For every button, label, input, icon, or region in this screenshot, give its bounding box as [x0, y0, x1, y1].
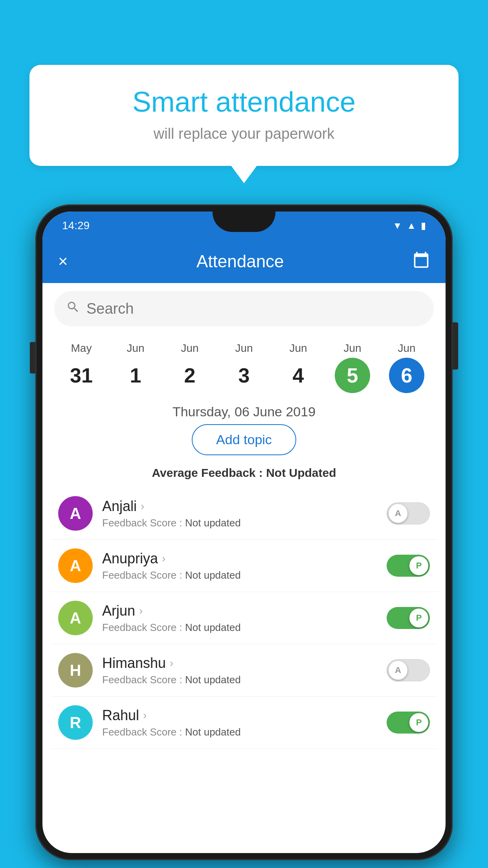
close-button[interactable]: × — [58, 252, 68, 271]
chevron-right-icon: › — [139, 605, 143, 617]
calendar-day[interactable]: May31 — [60, 342, 103, 393]
attendance-toggle[interactable]: P — [387, 555, 430, 577]
cal-month-label: Jun — [127, 342, 144, 355]
student-name: Anjali › — [102, 498, 377, 515]
toggle-track: P — [387, 607, 430, 629]
attendance-toggle[interactable]: P — [387, 607, 430, 629]
cal-date-number: 3 — [226, 358, 262, 393]
toggle-track: P — [387, 555, 430, 577]
student-item[interactable]: AArjun ›Feedback Score : Not updatedP — [50, 592, 438, 644]
cal-month-label: Jun — [235, 342, 253, 355]
student-name: Rahul › — [102, 707, 377, 724]
student-avatar: H — [58, 653, 93, 688]
chevron-right-icon: › — [162, 552, 165, 565]
student-feedback: Feedback Score : Not updated — [102, 517, 377, 529]
calendar-day[interactable]: Jun1 — [114, 342, 157, 393]
toggle-track: P — [387, 712, 430, 734]
wifi-icon: ▼ — [393, 220, 402, 231]
avg-feedback-value: Not Updated — [266, 466, 336, 479]
student-avatar: A — [58, 548, 93, 583]
toggle-knob: P — [409, 556, 428, 575]
bubble-subtitle: will replace your paperwork — [53, 125, 435, 142]
status-time: 14:29 — [62, 219, 90, 232]
phone-screen: 14:29 ▼ ▲ ▮ × Attendance — [42, 211, 446, 853]
cal-month-label: Jun — [343, 342, 361, 355]
student-item[interactable]: AAnjali ›Feedback Score : Not updatedA — [50, 487, 438, 540]
student-feedback: Feedback Score : Not updated — [102, 674, 377, 686]
chevron-right-icon: › — [170, 657, 173, 669]
student-info: Arjun ›Feedback Score : Not updated — [102, 603, 377, 634]
calendar-day[interactable]: Jun3 — [222, 342, 266, 393]
phone-container: 14:29 ▼ ▲ ▮ × Attendance — [35, 204, 453, 860]
toggle-track: A — [387, 502, 430, 524]
app-title: Attendance — [196, 252, 284, 271]
student-item[interactable]: RRahul ›Feedback Score : Not updatedP — [50, 697, 438, 749]
cal-month-label: Jun — [181, 342, 198, 355]
calendar-day[interactable]: Jun4 — [277, 342, 320, 393]
toggle-knob: A — [389, 504, 407, 523]
calendar-row: May31Jun1Jun2Jun3Jun4Jun5Jun6 — [42, 334, 446, 397]
feedback-value: Not updated — [185, 726, 241, 738]
bubble-title: Smart attendance — [53, 86, 435, 118]
avg-feedback: Average Feedback : Not Updated — [42, 463, 446, 487]
cal-month-label: Jun — [398, 342, 415, 355]
search-input[interactable] — [86, 300, 422, 317]
chevron-right-icon: › — [143, 709, 147, 722]
feedback-value: Not updated — [185, 517, 241, 529]
calendar-day[interactable]: Jun6 — [385, 342, 428, 393]
student-avatar: A — [58, 496, 93, 531]
search-icon — [66, 300, 80, 318]
student-info: Himanshu ›Feedback Score : Not updated — [102, 655, 377, 686]
student-avatar: R — [58, 705, 93, 740]
selected-date-label: Thursday, 06 June 2019 — [42, 397, 446, 424]
student-info: Anupriya ›Feedback Score : Not updated — [102, 550, 377, 581]
toggle-knob: P — [409, 609, 428, 627]
feedback-value: Not updated — [185, 622, 241, 633]
battery-icon: ▮ — [421, 220, 426, 231]
attendance-toggle[interactable]: A — [387, 502, 430, 524]
student-feedback: Feedback Score : Not updated — [102, 726, 377, 738]
student-name: Anupriya › — [102, 550, 377, 567]
feedback-value: Not updated — [185, 674, 241, 686]
student-list: AAnjali ›Feedback Score : Not updatedAAA… — [42, 487, 446, 749]
search-container — [54, 291, 434, 326]
student-info: Rahul ›Feedback Score : Not updated — [102, 707, 377, 738]
signal-icon: ▲ — [407, 220, 416, 231]
attendance-toggle[interactable]: P — [387, 712, 430, 734]
cal-date-number: 6 — [389, 358, 424, 393]
cal-date-number: 31 — [64, 358, 99, 393]
cal-date-number: 4 — [281, 358, 316, 393]
student-item[interactable]: HHimanshu ›Feedback Score : Not updatedA — [50, 644, 438, 697]
cal-date-number: 5 — [335, 358, 370, 393]
toggle-knob: P — [409, 713, 428, 732]
status-bar: 14:29 ▼ ▲ ▮ — [42, 211, 446, 240]
calendar-day[interactable]: Jun5 — [331, 342, 374, 393]
student-info: Anjali ›Feedback Score : Not updated — [102, 498, 377, 529]
cal-month-label: May — [71, 342, 92, 355]
student-feedback: Feedback Score : Not updated — [102, 569, 377, 581]
student-name: Arjun › — [102, 603, 377, 619]
student-avatar: A — [58, 601, 93, 635]
cal-date-number: 1 — [118, 358, 153, 393]
student-item[interactable]: AAnupriya ›Feedback Score : Not updatedP — [50, 540, 438, 592]
phone-outer: 14:29 ▼ ▲ ▮ × Attendance — [35, 204, 453, 860]
avg-feedback-label: Average Feedback : — [152, 466, 262, 479]
chevron-right-icon: › — [141, 500, 144, 513]
attendance-toggle[interactable]: A — [387, 659, 430, 681]
cal-month-label: Jun — [289, 342, 307, 355]
student-name: Himanshu › — [102, 655, 377, 671]
calendar-icon[interactable] — [413, 251, 430, 272]
feedback-value: Not updated — [185, 569, 241, 581]
app-bar: × Attendance — [42, 240, 446, 283]
toggle-knob: A — [389, 661, 407, 680]
status-icons: ▼ ▲ ▮ — [393, 220, 426, 231]
calendar-day[interactable]: Jun2 — [168, 342, 211, 393]
cal-date-number: 2 — [172, 358, 207, 393]
add-topic-button[interactable]: Add topic — [192, 424, 296, 455]
toggle-track: A — [387, 659, 430, 681]
student-feedback: Feedback Score : Not updated — [102, 622, 377, 634]
speech-bubble: Smart attendance will replace your paper… — [29, 65, 459, 166]
